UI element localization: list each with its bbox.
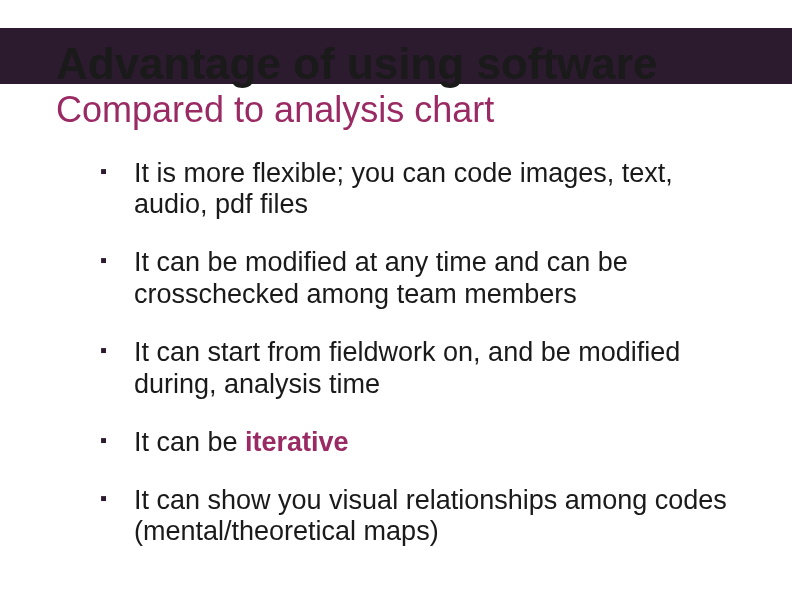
bullet-list: It is more flexible; you can code images…: [90, 158, 736, 549]
bullet-highlight: iterative: [245, 427, 349, 457]
list-item: It can start from fieldwork on, and be m…: [90, 337, 736, 401]
slide-subtitle: Compared to analysis chart: [56, 90, 792, 130]
list-item: It can show you visual relationships amo…: [90, 485, 736, 549]
bullet-prefix: It can be: [134, 427, 245, 457]
list-item: It is more flexible; you can code images…: [90, 158, 736, 222]
title-bar: Advantage of using software: [0, 28, 792, 84]
slide: Advantage of using software Compared to …: [0, 28, 792, 612]
slide-title: Advantage of using software: [56, 42, 657, 86]
list-item: It can be modified at any time and can b…: [90, 247, 736, 311]
body-content: It is more flexible; you can code images…: [90, 158, 736, 549]
list-item: It can be iterative: [90, 427, 736, 459]
